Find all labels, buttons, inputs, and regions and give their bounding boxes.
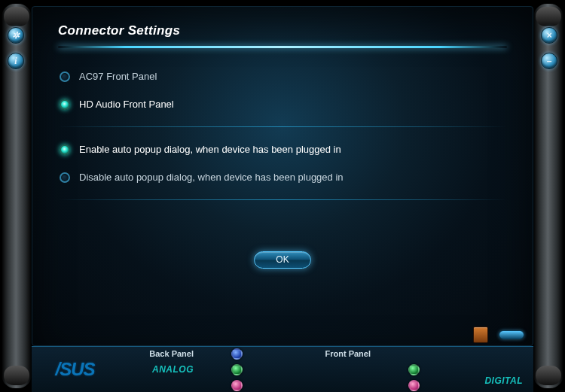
radio-icon xyxy=(60,71,70,82)
dialog-title: Connector Settings xyxy=(58,23,507,38)
front-panel-label: Front Panel xyxy=(280,349,371,358)
jack-back-green[interactable] xyxy=(231,364,243,375)
radio-ac97-front-panel[interactable]: AC97 Front Panel xyxy=(60,71,507,82)
radio-icon xyxy=(60,144,70,155)
radio-icon xyxy=(60,172,70,183)
close-icon[interactable]: × xyxy=(541,27,557,44)
jack-front-green[interactable] xyxy=(408,364,420,375)
section-divider xyxy=(58,126,507,127)
back-panel-label: Back Panel xyxy=(126,349,194,358)
connector-panels: Back Panel Front Panel ANALOG . xyxy=(118,347,533,392)
jack-front-pink[interactable] xyxy=(408,380,420,391)
toggle-pill-button[interactable] xyxy=(499,330,524,339)
dialog-frame: Connector Settings AC97 Front Panel HD A… xyxy=(32,6,533,346)
radio-label: Enable auto popup dialog, when device ha… xyxy=(79,144,341,155)
radio-icon xyxy=(60,99,70,110)
radio-hd-audio-front-panel[interactable]: HD Audio Front Panel xyxy=(60,99,507,110)
radio-label: Disable auto popup dialog, when device h… xyxy=(79,172,344,183)
ok-button[interactable]: OK xyxy=(254,251,311,269)
section-divider xyxy=(58,199,507,200)
info-icon[interactable]: i xyxy=(8,53,24,69)
minimize-icon[interactable]: – xyxy=(541,53,557,69)
jack-back-pink[interactable] xyxy=(231,380,243,391)
radio-disable-auto-popup[interactable]: Disable auto popup dialog, when device h… xyxy=(60,172,507,183)
analog-label[interactable]: ANALOG xyxy=(126,364,194,375)
radio-label: HD Audio Front Panel xyxy=(79,99,174,110)
radio-enable-auto-popup[interactable]: Enable auto popup dialog, when device ha… xyxy=(60,144,507,155)
title-divider xyxy=(58,46,507,48)
radio-label: AC97 Front Panel xyxy=(79,71,157,82)
digital-label[interactable]: DIGITAL xyxy=(484,375,523,386)
jack-back-blue[interactable] xyxy=(231,348,243,360)
bottom-bar: /SUS Back Panel Front Panel ANALOG . xyxy=(32,346,533,392)
device-advanced-button[interactable] xyxy=(473,327,488,343)
asus-logo: /SUS xyxy=(32,347,118,392)
settings-gear-icon[interactable]: ✲ xyxy=(8,27,24,44)
